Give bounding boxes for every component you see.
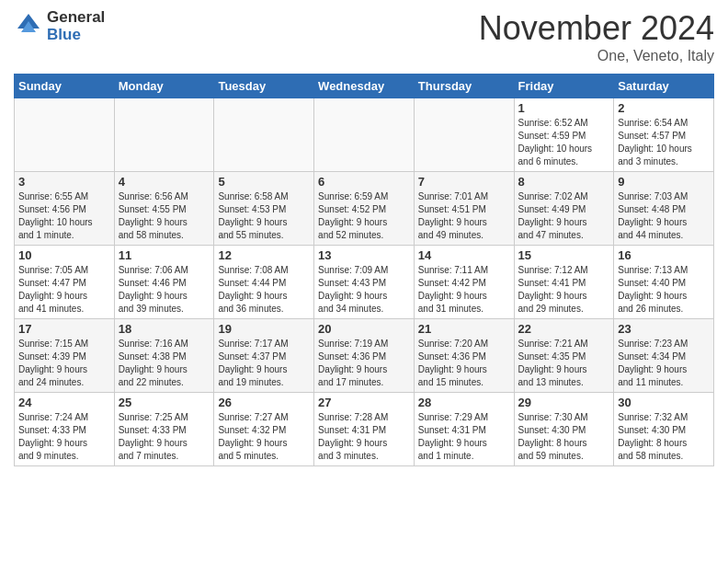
table-row [15, 98, 115, 172]
logo-blue: Blue [47, 27, 105, 44]
calendar-week-3: 10Sunrise: 7:05 AM Sunset: 4:47 PM Dayli… [15, 246, 714, 319]
day-number: 18 [119, 322, 210, 336]
day-info: Sunrise: 6:58 AM Sunset: 4:53 PM Dayligh… [218, 190, 310, 242]
calendar-week-1: 1Sunrise: 6:52 AM Sunset: 4:59 PM Daylig… [15, 98, 714, 172]
day-number: 2 [618, 101, 710, 115]
col-friday: Friday [514, 75, 614, 98]
day-info: Sunrise: 7:21 AM Sunset: 4:35 PM Dayligh… [518, 338, 610, 389]
day-number: 1 [518, 101, 610, 115]
table-row: 1Sunrise: 6:52 AM Sunset: 4:59 PM Daylig… [514, 98, 614, 172]
day-info: Sunrise: 7:09 AM Sunset: 4:43 PM Dayligh… [318, 264, 410, 316]
day-info: Sunrise: 6:54 AM Sunset: 4:57 PM Dayligh… [618, 117, 710, 168]
table-row: 3Sunrise: 6:55 AM Sunset: 4:56 PM Daylig… [15, 172, 115, 246]
col-saturday: Saturday [614, 75, 714, 98]
day-number: 3 [18, 175, 110, 189]
logo-general: General [47, 9, 105, 27]
day-number: 30 [618, 396, 710, 409]
day-number: 17 [18, 322, 110, 336]
table-row [214, 98, 314, 172]
day-info: Sunrise: 7:11 AM Sunset: 4:42 PM Dayligh… [418, 264, 510, 316]
table-row: 10Sunrise: 7:05 AM Sunset: 4:47 PM Dayli… [15, 246, 115, 319]
calendar-table: Sunday Monday Tuesday Wednesday Thursday… [14, 74, 714, 466]
day-info: Sunrise: 7:29 AM Sunset: 4:31 PM Dayligh… [418, 411, 510, 463]
header: General Blue November 2024 One, Veneto, … [14, 9, 714, 64]
table-row: 7Sunrise: 7:01 AM Sunset: 4:51 PM Daylig… [414, 172, 514, 246]
col-tuesday: Tuesday [214, 75, 314, 98]
location: One, Veneto, Italy [479, 48, 714, 64]
table-row: 19Sunrise: 7:17 AM Sunset: 4:37 PM Dayli… [214, 319, 314, 393]
day-info: Sunrise: 7:01 AM Sunset: 4:51 PM Dayligh… [418, 190, 510, 242]
day-info: Sunrise: 7:27 AM Sunset: 4:32 PM Dayligh… [218, 411, 310, 463]
table-row: 12Sunrise: 7:08 AM Sunset: 4:44 PM Dayli… [214, 246, 314, 319]
day-info: Sunrise: 6:56 AM Sunset: 4:55 PM Dayligh… [119, 190, 210, 242]
day-number: 4 [119, 175, 210, 189]
header-row: Sunday Monday Tuesday Wednesday Thursday… [15, 75, 714, 98]
col-sunday: Sunday [15, 75, 115, 98]
day-info: Sunrise: 7:16 AM Sunset: 4:38 PM Dayligh… [119, 338, 210, 389]
title-block: November 2024 One, Veneto, Italy [479, 9, 714, 64]
month-title: November 2024 [479, 9, 714, 48]
day-number: 7 [418, 175, 510, 189]
day-number: 19 [218, 322, 310, 336]
day-info: Sunrise: 7:20 AM Sunset: 4:36 PM Dayligh… [418, 338, 510, 389]
day-info: Sunrise: 7:30 AM Sunset: 4:30 PM Dayligh… [518, 411, 610, 463]
day-info: Sunrise: 7:13 AM Sunset: 4:40 PM Dayligh… [618, 264, 710, 316]
day-info: Sunrise: 7:28 AM Sunset: 4:31 PM Dayligh… [318, 411, 410, 463]
page: General Blue November 2024 One, Veneto, … [0, 0, 728, 563]
table-row: 21Sunrise: 7:20 AM Sunset: 4:36 PM Dayli… [414, 319, 514, 393]
day-number: 25 [119, 396, 210, 409]
table-row: 23Sunrise: 7:23 AM Sunset: 4:34 PM Dayli… [614, 319, 714, 393]
logo-icon [14, 12, 43, 41]
day-number: 28 [418, 396, 510, 409]
day-info: Sunrise: 7:17 AM Sunset: 4:37 PM Dayligh… [218, 338, 310, 389]
day-info: Sunrise: 7:06 AM Sunset: 4:46 PM Dayligh… [119, 264, 210, 316]
table-row: 18Sunrise: 7:16 AM Sunset: 4:38 PM Dayli… [114, 319, 214, 393]
day-number: 26 [218, 396, 310, 409]
day-info: Sunrise: 7:02 AM Sunset: 4:49 PM Dayligh… [518, 190, 610, 242]
table-row: 6Sunrise: 6:59 AM Sunset: 4:52 PM Daylig… [314, 172, 415, 246]
day-info: Sunrise: 7:32 AM Sunset: 4:30 PM Dayligh… [618, 411, 710, 463]
table-row [114, 98, 214, 172]
day-number: 14 [418, 248, 510, 262]
day-number: 27 [318, 396, 410, 409]
day-number: 20 [318, 322, 410, 336]
day-info: Sunrise: 6:59 AM Sunset: 4:52 PM Dayligh… [318, 190, 410, 242]
day-info: Sunrise: 7:12 AM Sunset: 4:41 PM Dayligh… [518, 264, 610, 316]
table-row: 25Sunrise: 7:25 AM Sunset: 4:33 PM Dayli… [114, 393, 214, 466]
day-number: 12 [218, 248, 310, 262]
table-row: 13Sunrise: 7:09 AM Sunset: 4:43 PM Dayli… [314, 246, 415, 319]
day-number: 22 [518, 322, 610, 336]
col-monday: Monday [114, 75, 214, 98]
day-number: 23 [618, 322, 710, 336]
table-row: 2Sunrise: 6:54 AM Sunset: 4:57 PM Daylig… [614, 98, 714, 172]
table-row: 11Sunrise: 7:06 AM Sunset: 4:46 PM Dayli… [114, 246, 214, 319]
table-row: 8Sunrise: 7:02 AM Sunset: 4:49 PM Daylig… [514, 172, 614, 246]
day-info: Sunrise: 7:05 AM Sunset: 4:47 PM Dayligh… [18, 264, 110, 316]
table-row: 4Sunrise: 6:56 AM Sunset: 4:55 PM Daylig… [114, 172, 214, 246]
logo: General Blue [14, 9, 105, 43]
table-row: 22Sunrise: 7:21 AM Sunset: 4:35 PM Dayli… [514, 319, 614, 393]
col-thursday: Thursday [414, 75, 514, 98]
day-number: 15 [518, 248, 610, 262]
table-row: 29Sunrise: 7:30 AM Sunset: 4:30 PM Dayli… [514, 393, 614, 466]
day-number: 21 [418, 322, 510, 336]
day-info: Sunrise: 7:03 AM Sunset: 4:48 PM Dayligh… [618, 190, 710, 242]
logo-text: General Blue [47, 9, 105, 43]
day-info: Sunrise: 7:24 AM Sunset: 4:33 PM Dayligh… [18, 411, 110, 463]
day-number: 5 [218, 175, 310, 189]
day-info: Sunrise: 7:19 AM Sunset: 4:36 PM Dayligh… [318, 338, 410, 389]
day-number: 24 [18, 396, 110, 409]
table-row: 17Sunrise: 7:15 AM Sunset: 4:39 PM Dayli… [15, 319, 115, 393]
day-number: 13 [318, 248, 410, 262]
calendar-week-5: 24Sunrise: 7:24 AM Sunset: 4:33 PM Dayli… [15, 393, 714, 466]
table-row [314, 98, 415, 172]
table-row [414, 98, 514, 172]
table-row: 14Sunrise: 7:11 AM Sunset: 4:42 PM Dayli… [414, 246, 514, 319]
day-info: Sunrise: 7:25 AM Sunset: 4:33 PM Dayligh… [119, 411, 210, 463]
day-number: 6 [318, 175, 410, 189]
table-row: 20Sunrise: 7:19 AM Sunset: 4:36 PM Dayli… [314, 319, 415, 393]
day-info: Sunrise: 7:08 AM Sunset: 4:44 PM Dayligh… [218, 264, 310, 316]
day-number: 11 [119, 248, 210, 262]
col-wednesday: Wednesday [314, 75, 415, 98]
calendar-week-2: 3Sunrise: 6:55 AM Sunset: 4:56 PM Daylig… [15, 172, 714, 246]
